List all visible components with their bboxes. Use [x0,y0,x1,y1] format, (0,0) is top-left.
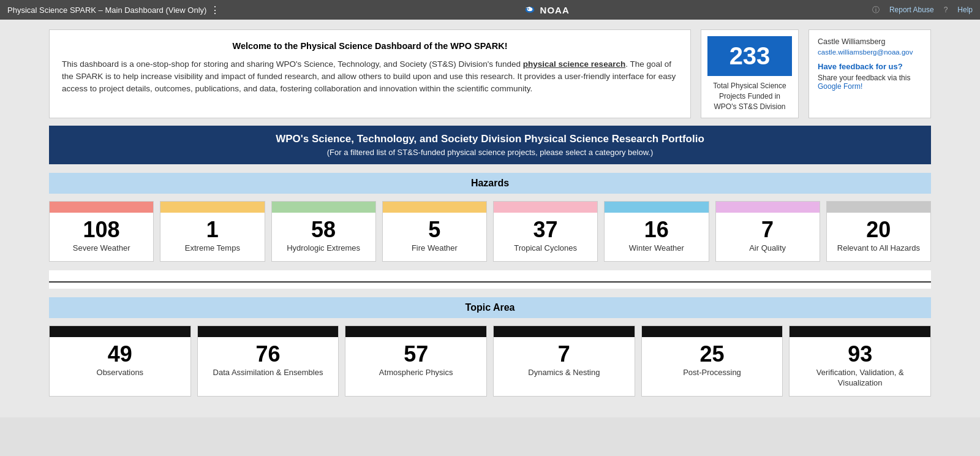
welcome-stats-row: Welcome to the Physical Science Dashboar… [49,20,931,126]
card-number: 76 [255,343,280,365]
card-label: Tropical Cyclones [510,243,581,261]
welcome-heading: Welcome to the Physical Science Dashboar… [62,40,678,53]
card-number: 7 [558,343,570,365]
feedback-name: Castle Williamsberg [818,37,922,46]
card-number: 37 [533,219,558,241]
topic-card-1[interactable]: 76 Data Assimilation & Ensembles [197,325,339,397]
hazard-card-6[interactable]: 7 Air Quality [715,201,820,262]
topic-card-3[interactable]: 7 Dynamics & Nesting [493,325,635,397]
card-color-bar [827,202,930,213]
help-link[interactable]: Help [957,6,973,14]
card-label: Extreme Temps [181,243,244,261]
card-color-bar [790,326,930,337]
svg-point-3 [527,7,532,11]
hazards-header: Hazards [49,173,931,194]
noaa-text: NOAA [540,5,570,15]
feedback-title: Have feedback for us? [818,62,922,71]
card-label: Severe Weather [69,243,134,261]
card-label: Hydrologic Extremes [283,243,364,261]
card-number: 16 [644,219,669,241]
welcome-paragraph: This dashboard is a one-stop-shop for st… [62,58,678,96]
topic-card-2[interactable]: 57 Atmospheric Physics [345,325,487,397]
topbar: Physical Science SPARK – Main Dashboard … [0,0,980,20]
hazard-card-2[interactable]: 58 Hydrologic Extremes [271,201,376,262]
card-label: Data Assimilation & Ensembles [209,368,327,386]
topic-area-cards-row: 49 Observations 76 Data Assimilation & E… [49,325,931,397]
card-label: Dynamics & Nesting [524,368,603,386]
hazard-card-3[interactable]: 5 Fire Weather [382,201,487,262]
card-label: Post-Processing [679,368,745,386]
card-color-bar [605,202,708,213]
feedback-desc: Share your feedback via this Google Form… [818,74,922,91]
card-number: 93 [848,343,872,365]
hazard-card-1[interactable]: 1 Extreme Temps [160,201,265,262]
card-number: 1 [206,219,219,241]
page-title: Physical Science SPARK – Main Dashboard … [7,6,206,15]
portfolio-banner: WPO's Science, Technology, and Society D… [49,126,931,164]
card-color-bar [50,326,190,337]
divider-line [49,281,931,283]
help-icon: ? [944,6,948,14]
card-color-bar [272,202,375,213]
topic-card-4[interactable]: 25 Post-Processing [641,325,783,397]
card-label: Verification, Validation, & Visualizatio… [790,368,930,396]
report-abuse-icon: ⓘ [872,5,880,15]
card-color-bar [345,326,486,337]
card-label: Winter Weather [625,243,688,261]
topic-area-header: Topic Area [49,297,931,318]
card-label: Fire Weather [408,243,461,261]
card-color-bar [50,202,153,213]
card-number: 108 [83,219,120,241]
card-number: 49 [108,343,132,365]
welcome-box: Welcome to the Physical Science Dashboar… [49,29,691,118]
hazard-card-7[interactable]: 20 Relevant to All Hazards [826,201,931,262]
hazard-card-4[interactable]: 37 Tropical Cyclones [493,201,598,262]
feedback-google-form-link[interactable]: Google Form! [818,82,862,91]
card-number: 25 [700,343,725,365]
stats-label: Total Physical Science Projects Funded i… [707,81,792,112]
topic-card-5[interactable]: 93 Verification, Validation, & Visualiza… [789,325,931,397]
card-color-bar [642,326,783,337]
svg-point-4 [527,8,529,9]
card-color-bar [494,202,597,213]
card-label: Atmospheric Physics [375,368,457,386]
card-number: 58 [311,219,336,241]
portfolio-title: WPO's Science, Technology, and Society D… [61,133,919,145]
section-divider [49,270,931,289]
card-color-bar [383,202,486,213]
hazard-card-5[interactable]: 16 Winter Weather [604,201,709,262]
hazard-card-0[interactable]: 108 Severe Weather [49,201,154,262]
card-color-bar [494,326,635,337]
stats-box: 233 Total Physical Science Projects Fund… [701,29,799,118]
card-color-bar [716,202,820,213]
noaa-logo: NOAA [523,5,570,15]
report-abuse-link[interactable]: Report Abuse [889,6,934,14]
card-number: 5 [428,219,440,241]
card-color-bar [198,326,339,337]
noaa-bird-icon [523,5,537,15]
card-label: Observations [93,368,148,386]
topbar-left: Physical Science SPARK – Main Dashboard … [7,4,220,16]
card-label: Air Quality [745,243,790,261]
card-number: 20 [866,219,891,241]
stats-number: 233 [707,36,792,76]
card-number: 7 [761,219,774,241]
card-number: 57 [404,343,428,365]
card-label: Relevant to All Hazards [834,243,924,261]
card-color-bar [160,202,264,213]
topic-card-0[interactable]: 49 Observations [49,325,191,397]
main-content: Welcome to the Physical Science Dashboar… [0,20,980,417]
portfolio-subtitle: (For a filtered list of ST&S-funded phys… [61,148,919,157]
topbar-right: ⓘ Report Abuse ? Help [872,5,973,15]
feedback-email[interactable]: castle.williamsberg@noaa.gov [818,48,922,56]
topbar-menu-dots[interactable]: ⋮ [210,4,220,16]
feedback-box: Castle Williamsberg castle.williamsberg@… [809,29,931,118]
hazards-cards-row: 108 Severe Weather 1 Extreme Temps 58 Hy… [49,201,931,262]
